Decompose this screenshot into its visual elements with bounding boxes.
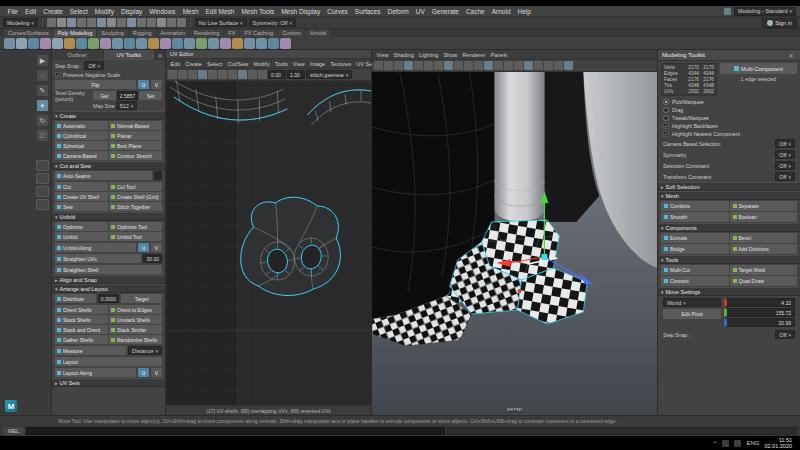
menubar-item[interactable]: Deform [384,8,412,15]
tool-button[interactable]: Target Weld [730,265,798,275]
unfold-button[interactable]: Optimize Tool [109,222,162,231]
rotate-icon[interactable] [36,114,49,127]
smooth-shade-icon[interactable] [504,61,513,70]
prism-icon[interactable] [112,38,123,49]
field-chart-icon[interactable] [464,61,473,70]
create-projection-button[interactable]: Cylindrical [55,131,108,140]
checker-map-icon[interactable] [228,70,237,79]
arrange-button[interactable]: Orient Shells [55,305,108,314]
measure-button[interactable]: Measure [55,346,126,355]
shelf-tab[interactable]: Curves/Surfaces [4,29,53,37]
straighten-shell-button[interactable]: Straighten Shell [55,265,162,274]
use-all-lights-icon[interactable] [524,61,533,70]
translate-z-field[interactable]: 20.99 [724,318,795,327]
shelf-tab[interactable]: Sculpting [97,29,128,37]
plane-icon[interactable] [64,38,75,49]
soccer-ball-icon[interactable] [160,38,171,49]
mesh-button[interactable]: Boolean [730,212,798,222]
pixel-snap-icon[interactable] [178,70,187,79]
texture-borders-icon[interactable] [238,70,247,79]
auto-seams-options[interactable] [154,171,162,180]
create-projection-button[interactable]: Camera-Based [55,151,108,160]
highlight-nearest-component-option[interactable]: Highlight Nearest Component [658,130,800,138]
exposure-field[interactable]: 0.00 [268,70,286,79]
safe-action-icon[interactable] [474,61,483,70]
four-pane-icon[interactable] [36,173,49,184]
flip-u-button[interactable]: U [138,80,149,89]
cone-icon[interactable] [40,38,51,49]
flip-v-button[interactable]: V [151,80,162,89]
layout-along-button[interactable]: Layout Along [55,368,136,377]
section-align-and-snap[interactable]: Align and Snap [52,275,165,284]
layout-button[interactable]: Layout [55,357,162,366]
viewport-menu-item[interactable]: Lighting [416,52,440,58]
helix-icon[interactable] [136,38,147,49]
shade-uvs-icon[interactable] [248,70,257,79]
layout-along-u-button[interactable]: U [138,368,149,377]
texel-density-value-field[interactable]: 2.5857 [117,91,138,100]
save-scene-icon[interactable] [67,18,76,27]
camera-attributes-icon[interactable] [394,61,403,70]
section-create[interactable]: Create [52,111,165,120]
isolate-select-icon[interactable] [564,61,573,70]
menubar-item[interactable]: Surfaces [351,8,384,15]
render-settings-icon[interactable] [177,18,186,27]
component-button[interactable]: Extrude [661,233,729,243]
mesh-button[interactable]: Separate [730,201,798,211]
menubar-item[interactable]: Edit [21,8,39,15]
uv-editor-menu-item[interactable]: Tools [272,61,290,67]
section-mesh[interactable]: Mesh [658,191,800,200]
textured-icon[interactable] [514,61,523,70]
section-unfold[interactable]: Unfold [52,212,165,221]
construction-history-icon[interactable] [147,18,156,27]
poly-text-icon[interactable] [196,38,207,49]
move-icon[interactable] [36,99,49,112]
arrange-button[interactable]: Stack and Orient [55,325,108,334]
distribute-spacing-field[interactable]: 0.0000 [98,294,119,303]
torus-icon[interactable] [52,38,63,49]
cube-icon[interactable] [16,38,27,49]
translate-x-field[interactable]: 4.32 [724,298,795,307]
section-cut-and-sew[interactable]: Cut and Sew [52,161,165,170]
arrange-button[interactable]: Stack Shells [55,315,108,324]
connect-icon[interactable] [256,38,267,49]
super-ellipse-icon[interactable] [172,38,183,49]
display-image-icon[interactable] [208,70,217,79]
unfold-button[interactable]: Optimize [55,222,108,231]
checkbox-icon[interactable] [663,131,669,137]
wireframe-icon[interactable] [494,61,503,70]
menubar-item[interactable]: Curves [324,8,352,15]
shell-select-icon[interactable] [188,70,197,79]
cut-sew-button[interactable]: Cut Tool [109,182,162,191]
camera-based-selection-value[interactable]: Off [775,139,795,148]
map-size-selector[interactable]: 512 [116,101,138,110]
menubar-item[interactable]: Cache [462,8,488,15]
component-button[interactable]: Add Divisions [730,244,798,254]
menubar-item[interactable]: Create [40,8,67,15]
radio-icon[interactable] [663,115,669,121]
viewport-menu-item[interactable]: Show [441,52,460,58]
measure-mode-selector[interactable]: Distance [128,346,162,355]
uv-grid-icon[interactable] [168,70,177,79]
ambient-occlusion-icon[interactable] [544,61,553,70]
uv-editor-menu-item[interactable]: View [290,61,307,67]
uv-editor-menu-item[interactable]: Cut/Sew [225,61,251,67]
isolate-select-icon[interactable] [198,70,207,79]
safe-title-icon[interactable] [484,61,493,70]
workspace-selector[interactable]: Modeling - Standard [734,7,796,16]
tray-expand-icon[interactable]: ⌃ [712,440,717,447]
resolution-gate-icon[interactable] [444,61,453,70]
menu-set-selector[interactable]: Modeling [3,18,38,27]
drag-option[interactable]: Drag [658,106,800,114]
panel-tab[interactable]: UV Toolkit [104,50,156,60]
pick-marquee-option[interactable]: Pick/Marquee [658,98,800,106]
axis-orientation-selector[interactable]: World [663,298,721,307]
shelf-tab[interactable]: FX [224,29,239,37]
viewport-menu-item[interactable]: View [374,52,391,58]
shadows-icon[interactable] [534,61,543,70]
undo-icon[interactable] [77,18,86,27]
ipr-render-icon[interactable] [167,18,176,27]
create-projection-button[interactable]: Automatic [55,121,108,130]
menubar-item[interactable]: UV [412,8,428,15]
section-move-settings[interactable]: Move Settings [658,287,800,296]
